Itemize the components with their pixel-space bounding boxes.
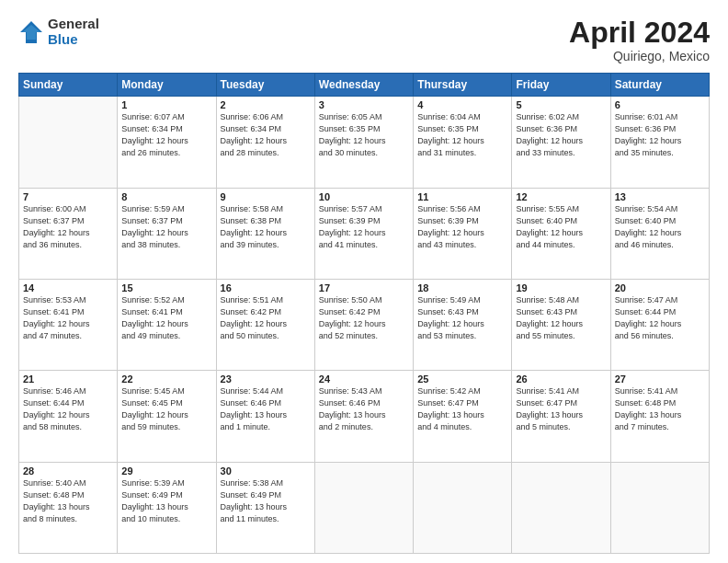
day-number: 18 xyxy=(417,282,507,293)
calendar-cell: 26Sunrise: 5:41 AM Sunset: 6:47 PM Dayli… xyxy=(512,371,610,462)
calendar-cell: 3Sunrise: 6:05 AM Sunset: 6:35 PM Daylig… xyxy=(314,97,413,188)
day-number: 11 xyxy=(417,191,507,202)
day-number: 24 xyxy=(319,373,409,385)
calendar-cell xyxy=(314,462,413,553)
day-number: 1 xyxy=(121,99,211,110)
logo-blue: Blue xyxy=(48,32,99,48)
day-info: Sunrise: 5:54 AM Sunset: 6:40 PM Dayligh… xyxy=(615,203,705,251)
day-number: 17 xyxy=(319,282,409,293)
day-info: Sunrise: 5:53 AM Sunset: 6:41 PM Dayligh… xyxy=(23,294,113,342)
calendar-cell: 28Sunrise: 5:40 AM Sunset: 6:48 PM Dayli… xyxy=(19,462,118,553)
day-info: Sunrise: 6:07 AM Sunset: 6:34 PM Dayligh… xyxy=(121,111,211,159)
day-number: 28 xyxy=(23,465,113,477)
calendar-cell xyxy=(414,462,512,553)
col-saturday: Saturday xyxy=(610,74,709,97)
day-info: Sunrise: 5:45 AM Sunset: 6:45 PM Dayligh… xyxy=(121,385,211,433)
day-number: 19 xyxy=(516,282,606,293)
calendar-cell xyxy=(512,462,610,553)
logo: General Blue xyxy=(18,17,99,47)
day-info: Sunrise: 5:43 AM Sunset: 6:46 PM Dayligh… xyxy=(319,385,409,433)
calendar-cell: 24Sunrise: 5:43 AM Sunset: 6:46 PM Dayli… xyxy=(314,371,413,462)
day-info: Sunrise: 5:48 AM Sunset: 6:43 PM Dayligh… xyxy=(516,294,606,342)
title-block: April 2024 Quiriego, Mexico xyxy=(569,17,710,63)
day-info: Sunrise: 5:49 AM Sunset: 6:43 PM Dayligh… xyxy=(417,294,507,342)
day-number: 22 xyxy=(121,373,211,385)
day-number: 6 xyxy=(615,99,705,110)
day-info: Sunrise: 6:06 AM Sunset: 6:34 PM Dayligh… xyxy=(221,111,311,159)
calendar-table: Sunday Monday Tuesday Wednesday Thursday… xyxy=(18,73,710,554)
calendar-cell: 8Sunrise: 5:59 AM Sunset: 6:37 PM Daylig… xyxy=(118,188,216,279)
calendar-cell: 23Sunrise: 5:44 AM Sunset: 6:46 PM Dayli… xyxy=(216,371,314,462)
svg-marker-1 xyxy=(22,25,40,40)
calendar-cell: 13Sunrise: 5:54 AM Sunset: 6:40 PM Dayli… xyxy=(610,188,709,279)
day-info: Sunrise: 6:02 AM Sunset: 6:36 PM Dayligh… xyxy=(516,111,606,159)
day-number: 26 xyxy=(516,373,606,385)
day-number: 9 xyxy=(221,191,311,202)
calendar-cell xyxy=(19,97,118,188)
calendar-cell: 27Sunrise: 5:41 AM Sunset: 6:48 PM Dayli… xyxy=(610,371,709,462)
day-number: 15 xyxy=(121,282,211,293)
day-number: 14 xyxy=(23,282,113,293)
calendar-cell: 9Sunrise: 5:58 AM Sunset: 6:38 PM Daylig… xyxy=(216,188,314,279)
calendar-cell: 5Sunrise: 6:02 AM Sunset: 6:36 PM Daylig… xyxy=(512,97,610,188)
day-info: Sunrise: 6:04 AM Sunset: 6:35 PM Dayligh… xyxy=(417,111,507,159)
calendar-cell: 21Sunrise: 5:46 AM Sunset: 6:44 PM Dayli… xyxy=(19,371,118,462)
calendar-week-4: 28Sunrise: 5:40 AM Sunset: 6:48 PM Dayli… xyxy=(19,462,710,553)
col-wednesday: Wednesday xyxy=(314,74,413,97)
calendar-cell: 18Sunrise: 5:49 AM Sunset: 6:43 PM Dayli… xyxy=(414,279,512,370)
day-info: Sunrise: 5:47 AM Sunset: 6:44 PM Dayligh… xyxy=(615,294,705,342)
calendar-cell: 19Sunrise: 5:48 AM Sunset: 6:43 PM Dayli… xyxy=(512,279,610,370)
day-info: Sunrise: 5:52 AM Sunset: 6:41 PM Dayligh… xyxy=(121,294,211,342)
calendar-week-0: 1Sunrise: 6:07 AM Sunset: 6:34 PM Daylig… xyxy=(19,97,710,188)
calendar-cell: 11Sunrise: 5:56 AM Sunset: 6:39 PM Dayli… xyxy=(414,188,512,279)
day-number: 20 xyxy=(615,282,705,293)
col-friday: Friday xyxy=(512,74,610,97)
day-number: 7 xyxy=(23,191,113,202)
day-number: 10 xyxy=(319,191,409,202)
calendar-cell: 6Sunrise: 6:01 AM Sunset: 6:36 PM Daylig… xyxy=(610,97,709,188)
day-info: Sunrise: 6:01 AM Sunset: 6:36 PM Dayligh… xyxy=(615,111,705,159)
day-info: Sunrise: 5:58 AM Sunset: 6:38 PM Dayligh… xyxy=(221,203,311,251)
day-number: 25 xyxy=(417,373,507,385)
day-info: Sunrise: 5:51 AM Sunset: 6:42 PM Dayligh… xyxy=(221,294,311,342)
day-info: Sunrise: 5:57 AM Sunset: 6:39 PM Dayligh… xyxy=(319,203,409,251)
logo-icon xyxy=(18,19,44,45)
day-number: 5 xyxy=(516,99,606,110)
calendar-week-2: 14Sunrise: 5:53 AM Sunset: 6:41 PM Dayli… xyxy=(19,279,710,370)
title-location: Quiriego, Mexico xyxy=(569,49,710,63)
calendar-cell: 25Sunrise: 5:42 AM Sunset: 6:47 PM Dayli… xyxy=(414,371,512,462)
col-thursday: Thursday xyxy=(414,74,512,97)
day-info: Sunrise: 5:56 AM Sunset: 6:39 PM Dayligh… xyxy=(417,203,507,251)
day-info: Sunrise: 5:55 AM Sunset: 6:40 PM Dayligh… xyxy=(516,203,606,251)
calendar-cell: 30Sunrise: 5:38 AM Sunset: 6:49 PM Dayli… xyxy=(216,462,314,553)
day-number: 2 xyxy=(221,99,311,110)
calendar-header-row: Sunday Monday Tuesday Wednesday Thursday… xyxy=(19,74,710,97)
col-tuesday: Tuesday xyxy=(216,74,314,97)
day-info: Sunrise: 6:05 AM Sunset: 6:35 PM Dayligh… xyxy=(319,111,409,159)
page: General Blue April 2024 Quiriego, Mexico… xyxy=(0,0,728,563)
calendar-cell: 4Sunrise: 6:04 AM Sunset: 6:35 PM Daylig… xyxy=(414,97,512,188)
day-info: Sunrise: 5:50 AM Sunset: 6:42 PM Dayligh… xyxy=(319,294,409,342)
calendar-cell: 15Sunrise: 5:52 AM Sunset: 6:41 PM Dayli… xyxy=(118,279,216,370)
logo-text: General Blue xyxy=(48,17,99,47)
day-info: Sunrise: 5:38 AM Sunset: 6:49 PM Dayligh… xyxy=(221,477,311,525)
col-sunday: Sunday xyxy=(19,74,118,97)
logo-general: General xyxy=(48,17,99,32)
calendar-week-3: 21Sunrise: 5:46 AM Sunset: 6:44 PM Dayli… xyxy=(19,371,710,462)
calendar-cell: 10Sunrise: 5:57 AM Sunset: 6:39 PM Dayli… xyxy=(314,188,413,279)
day-info: Sunrise: 5:59 AM Sunset: 6:37 PM Dayligh… xyxy=(121,203,211,251)
day-number: 27 xyxy=(615,373,705,385)
day-number: 16 xyxy=(221,282,311,293)
day-info: Sunrise: 5:44 AM Sunset: 6:46 PM Dayligh… xyxy=(221,385,311,433)
calendar-cell: 2Sunrise: 6:06 AM Sunset: 6:34 PM Daylig… xyxy=(216,97,314,188)
day-number: 8 xyxy=(121,191,211,202)
day-number: 21 xyxy=(23,373,113,385)
calendar-cell: 16Sunrise: 5:51 AM Sunset: 6:42 PM Dayli… xyxy=(216,279,314,370)
day-info: Sunrise: 5:41 AM Sunset: 6:47 PM Dayligh… xyxy=(516,385,606,433)
day-number: 29 xyxy=(121,465,211,477)
calendar-cell: 29Sunrise: 5:39 AM Sunset: 6:49 PM Dayli… xyxy=(118,462,216,553)
title-month: April 2024 xyxy=(569,17,710,49)
header: General Blue April 2024 Quiriego, Mexico xyxy=(18,17,710,63)
calendar-week-1: 7Sunrise: 6:00 AM Sunset: 6:37 PM Daylig… xyxy=(19,188,710,279)
calendar-cell: 17Sunrise: 5:50 AM Sunset: 6:42 PM Dayli… xyxy=(314,279,413,370)
